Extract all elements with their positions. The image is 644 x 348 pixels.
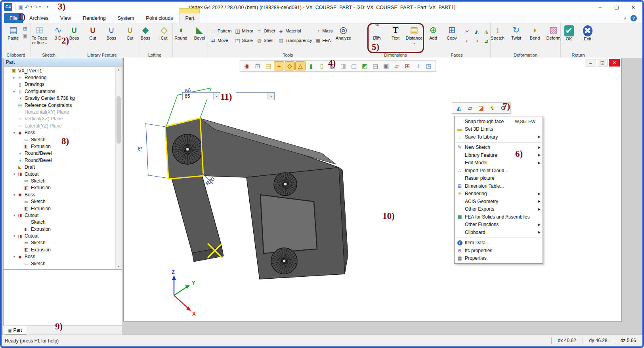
redo-icon[interactable]: ↷: [33, 3, 38, 11]
menu-item[interactable]: Raster picture: [455, 175, 543, 183]
knurl-boss[interactable]: [274, 173, 297, 196]
menu-item[interactable]: ▦FEA for Solids and Assemblies: [455, 213, 543, 221]
offset-face-icon[interactable]: ◐: [463, 36, 472, 45]
library-folder-icon[interactable]: ▱: [465, 103, 475, 112]
knurl-boss[interactable]: [271, 248, 297, 274]
undo-icon[interactable]: ↶: [25, 3, 29, 11]
sheet-icon[interactable]: ▤: [370, 61, 380, 70]
tree-item[interactable]: ◔Gravity Center 6.738 kg: [4, 95, 115, 102]
mdi-minimize-button[interactable]: –: [585, 59, 596, 67]
tree-item[interactable]: ▱Vertical(XZ) Plane: [4, 116, 115, 122]
tree-item[interactable]: ▾◆Boss: [4, 129, 115, 136]
dim-button[interactable]: 45↔ Dim: [368, 24, 386, 41]
knurl-boss[interactable]: [172, 134, 203, 164]
tree-item[interactable]: ◧Extrusion: [4, 246, 115, 253]
transparency-button[interactable]: ▨Transparency: [277, 36, 313, 45]
tab-archives[interactable]: Archives: [24, 13, 54, 23]
dimension-value-combo[interactable]: 65 ▾: [182, 92, 220, 100]
menu-item[interactable]: ⊛Ifc properties: [455, 247, 543, 255]
menu-item[interactable]: Snap through faceW,Shift+W: [455, 118, 543, 126]
tree-item[interactable]: ◣Draft: [4, 164, 115, 170]
fea-button[interactable]: ▦FEA: [313, 36, 334, 45]
delete-face-icon[interactable]: ✂: [463, 27, 472, 36]
app-logo[interactable]: G4: [4, 3, 12, 11]
tree-item[interactable]: ▭Sketch: [4, 177, 115, 184]
shaded-face-icon[interactable]: ▮: [306, 61, 316, 70]
chevron-down-icon[interactable]: ▾: [11, 213, 17, 217]
menu-item[interactable]: ▤Properties: [455, 255, 543, 262]
scale-button[interactable]: ◰Scale: [233, 36, 254, 45]
ok-button[interactable]: ✔ OK: [560, 24, 578, 42]
loft-boss-button[interactable]: ◆ Boss: [136, 24, 155, 41]
menu-item[interactable]: ☀Rendering▶: [455, 190, 543, 198]
dimension-name-combo[interactable]: ▾: [236, 92, 275, 100]
mdi-close-button[interactable]: ✕: [609, 59, 620, 67]
tab-file[interactable]: File: [4, 13, 23, 23]
exit-button[interactable]: ✖ Exit: [579, 24, 597, 42]
wire-box-icon[interactable]: ▢: [349, 61, 359, 70]
tab-point-clouds[interactable]: Point clouds: [140, 13, 178, 23]
chevron-down-icon[interactable]: ▾: [11, 172, 17, 176]
snap-free-icon[interactable]: +: [274, 61, 284, 70]
tree-item[interactable]: ▭Sketch: [4, 260, 115, 267]
outline-face-icon[interactable]: ▯: [317, 61, 327, 70]
round-button[interactable]: ◖ Round: [172, 24, 190, 41]
viewport[interactable]: 65 75 R30: [123, 58, 622, 321]
menu-item[interactable]: ▬Set 3D Limits: [455, 126, 543, 133]
paste-button[interactable]: ▤ Paste: [4, 24, 22, 41]
undo-menu-icon[interactable]: ▾: [31, 5, 32, 9]
match-face-icon[interactable]: ◑: [472, 36, 481, 45]
offset-button[interactable]: ≡Offset: [255, 26, 276, 36]
copy-face-button[interactable]: ⊞ Copy: [443, 24, 461, 41]
menu-item[interactable]: Other Exports▶: [455, 205, 543, 213]
menu-item[interactable]: Edit Model▶: [455, 159, 543, 167]
menu-item[interactable]: Library Feature▶: [455, 151, 543, 159]
pattern-button[interactable]: ∷Pattern: [209, 26, 233, 36]
mdi-restore-button[interactable]: ◱: [597, 59, 608, 67]
tree-item[interactable]: ◖Round/Bevel: [4, 150, 115, 157]
save-icon[interactable]: ▣: [18, 3, 23, 11]
drawing-sheet-icon[interactable]: ▱: [392, 61, 402, 70]
tab-part[interactable]: Part: [179, 13, 200, 23]
repair-icon[interactable]: ↯: [487, 103, 497, 112]
chevron-right-icon[interactable]: ▸: [11, 89, 17, 93]
menu-item[interactable]: Other Functions▶: [455, 221, 543, 229]
sketch-3d-button[interactable]: ∿ 3 D: [49, 24, 67, 41]
chevron-right-icon[interactable]: ▸: [11, 76, 17, 80]
tree-item[interactable]: ▯Drawings: [4, 81, 115, 88]
snap-mid-icon[interactable]: △: [295, 61, 306, 70]
tree-item[interactable]: ▱Horizontal(XY) Plane: [4, 108, 115, 115]
tree-item[interactable]: ▭Sketch: [4, 136, 115, 143]
analyze-button[interactable]: ◎ Analyze: [334, 24, 352, 41]
export-view-icon[interactable]: ◳: [424, 61, 434, 70]
copy-icon[interactable]: ⊞: [23, 26, 27, 32]
menu-item[interactable]: ACIS Geometry▶: [455, 198, 543, 205]
tree-item[interactable]: ▾◨Cutout: [4, 232, 115, 239]
tree-item[interactable]: ▭Sketch: [4, 198, 115, 205]
menu-item[interactable]: ∴Import Point Cloud...: [455, 167, 543, 175]
shaded-box-icon[interactable]: ◧: [327, 61, 338, 70]
tree-item[interactable]: ▸▯Configurations: [4, 88, 115, 95]
material-button[interactable]: ◈Material: [277, 26, 313, 36]
menu-item[interactable]: ↓Save To Library▶: [455, 133, 543, 141]
add-face-button[interactable]: ⊕ Add: [424, 24, 442, 41]
normals-box-icon[interactable]: ◩: [359, 61, 370, 70]
redo-menu-icon[interactable]: ▾: [39, 5, 41, 9]
chevron-down-icon[interactable]: ▾: [11, 193, 17, 197]
tree-scrollbar[interactable]: ▴ ▾: [115, 67, 122, 269]
combo-dropdown-icon[interactable]: ▾: [268, 93, 274, 100]
tree-item[interactable]: ◖Round/Bevel: [4, 157, 115, 164]
mass-button[interactable]: ◔Mass: [313, 26, 334, 36]
settings-gear-icon[interactable]: ⚙: [498, 103, 508, 112]
minimize-button[interactable]: –: [592, 2, 608, 13]
combo-dropdown-icon[interactable]: ▾: [213, 93, 220, 100]
collapse-ribbon-icon[interactable]: ∧: [624, 16, 627, 20]
tree-item[interactable]: ▣VX_PART1: [4, 67, 115, 74]
menu-item[interactable]: ✎New Sketch▶: [455, 144, 543, 152]
distance-button[interactable]: ▤ Distance ▾: [405, 24, 423, 47]
replace-face-icon[interactable]: ◭: [472, 27, 481, 36]
snap-node-icon[interactable]: ◇: [285, 61, 295, 70]
library-cut-button[interactable]: ∪ Cut: [84, 24, 102, 41]
model-face[interactable]: [172, 176, 222, 253]
qat-more-icon[interactable]: ▾: [47, 5, 48, 9]
